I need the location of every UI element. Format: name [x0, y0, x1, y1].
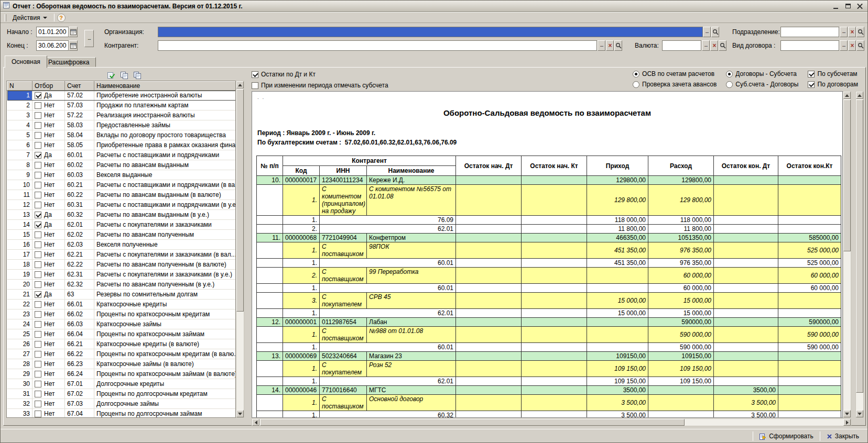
scroll-down-button[interactable]: [856, 410, 863, 417]
account-row[interactable]: 20Нет62.32Расчеты по авансам полученным …: [7, 280, 236, 290]
check-all-button[interactable]: [106, 70, 116, 80]
end-date-calendar-button[interactable]: [69, 40, 78, 51]
account-row[interactable]: 15Нет62.02Расчеты по авансам полученным: [7, 230, 236, 240]
row-select-cell[interactable]: Нет: [32, 160, 65, 170]
row-checkbox[interactable]: [35, 231, 41, 238]
contract-kind-input[interactable]: [780, 40, 839, 51]
contract-kind-clear-button[interactable]: ×: [848, 40, 856, 51]
row-checkbox[interactable]: [35, 281, 41, 288]
report-row-contract[interactable]: 1.С поставщиком№988 от 01.01.08590 000,0…: [257, 327, 841, 343]
row-checkbox[interactable]: [35, 331, 41, 338]
report-row-account[interactable]: 1.76.09118 000,00118 000,00: [257, 216, 841, 225]
contractor-select-button[interactable]: ...: [598, 40, 605, 51]
row-checkbox[interactable]: [35, 222, 41, 228]
radio-icon[interactable]: [633, 71, 639, 77]
row-select-cell[interactable]: Нет: [32, 399, 65, 409]
radio-advance-check[interactable]: Проверка зачета авансов: [633, 81, 717, 88]
scroll-left-button[interactable]: [252, 419, 259, 426]
account-row[interactable]: 8Нет60.02Расчеты по авансам выданным: [7, 160, 236, 170]
division-input[interactable]: [780, 27, 839, 37]
paste-settings-button[interactable]: [132, 70, 143, 80]
row-select-cell[interactable]: Нет: [32, 369, 65, 379]
account-row[interactable]: 29Нет66.24Проценты по краткосрочным займ…: [7, 369, 236, 379]
end-date-input[interactable]: [36, 40, 69, 51]
row-select-cell[interactable]: Нет: [32, 101, 65, 110]
row-checkbox[interactable]: [35, 142, 41, 149]
account-row[interactable]: 22Нет66.01Краткосрочные кредиты: [7, 300, 236, 309]
currency-input[interactable]: [662, 40, 701, 51]
row-checkbox[interactable]: [35, 341, 41, 348]
page-scrollbar-vertical[interactable]: [855, 91, 864, 418]
contract-kind-search-button[interactable]: [856, 40, 864, 51]
toolbar-grip[interactable]: [5, 14, 6, 21]
actions-menu-button[interactable]: Действия: [8, 13, 51, 23]
row-select-cell[interactable]: Нет: [32, 270, 65, 280]
row-select-cell[interactable]: Нет: [32, 180, 65, 190]
start-date-input[interactable]: [36, 27, 69, 37]
organization-search-button[interactable]: [711, 27, 719, 37]
report-row-contract[interactable]: 3.С покупателемСРВ 4515 000,0015 000,00: [257, 293, 841, 309]
scroll-thumb[interactable]: [260, 419, 685, 426]
checkbox-icon[interactable]: [808, 81, 815, 88]
row-select-cell[interactable]: Да: [32, 220, 65, 230]
checkbox-icon[interactable]: [252, 71, 258, 78]
account-row[interactable]: 5Нет58.04Вклады по договору простого тов…: [7, 130, 236, 140]
report-row-account[interactable]: 1.62.01109 150,00109 150,00: [257, 377, 841, 386]
radio-icon[interactable]: [726, 71, 733, 77]
account-row[interactable]: 28Нет66.23Краткосрочные займы (в валюте): [7, 359, 236, 369]
account-row[interactable]: 11Нет60.22Расчеты по авансам выданным (в…: [7, 190, 236, 200]
row-checkbox[interactable]: [35, 391, 41, 397]
row-select-cell[interactable]: Нет: [32, 359, 65, 369]
account-row[interactable]: 25Нет66.04Проценты по краткосрочным займ…: [7, 329, 236, 339]
scroll-up-button[interactable]: [843, 92, 851, 99]
row-checkbox[interactable]: [35, 112, 41, 119]
radio-icon[interactable]: [726, 81, 733, 88]
group-marks[interactable]: . .: [257, 94, 265, 100]
row-checkbox[interactable]: [35, 271, 41, 278]
account-row[interactable]: 23Нет66.02Проценты по краткосрочным кред…: [7, 309, 236, 319]
row-checkbox[interactable]: [35, 311, 41, 318]
row-select-cell[interactable]: Нет: [32, 240, 65, 250]
row-checkbox[interactable]: [35, 321, 41, 328]
row-checkbox[interactable]: [35, 92, 41, 99]
checkbox-mark-subaccounts[interactable]: При изменении периода отмечать субсчета: [252, 82, 388, 89]
row-select-cell[interactable]: Да: [32, 290, 65, 300]
checkbox-icon[interactable]: [808, 71, 815, 77]
contractor-clear-button[interactable]: ×: [606, 40, 614, 51]
account-row[interactable]: 9Нет60.03Векселя выданные: [7, 170, 236, 180]
col-name[interactable]: Наименование: [94, 82, 236, 91]
row-checkbox[interactable]: [35, 351, 41, 358]
row-select-cell[interactable]: Нет: [32, 300, 65, 309]
col-select[interactable]: Отбор: [32, 82, 65, 91]
radio-osv-accounts[interactable]: ОСВ по счетам расчетов: [633, 70, 717, 77]
row-select-cell[interactable]: Нет: [32, 190, 65, 200]
report-row-contract[interactable]: 1.С комитентом (принципалом) на продажуС…: [257, 185, 841, 216]
row-select-cell[interactable]: Нет: [32, 200, 65, 210]
copy-settings-button[interactable]: [119, 70, 129, 80]
account-row[interactable]: 14Да62.01Расчеты с покупателями и заказч…: [7, 220, 236, 230]
row-checkbox[interactable]: [35, 162, 41, 169]
account-row[interactable]: 31Нет67.02Проценты по долгосрочным креди…: [7, 389, 236, 399]
row-checkbox[interactable]: [35, 261, 41, 268]
row-checkbox[interactable]: [35, 202, 41, 208]
account-row[interactable]: 32Нет67.03Долгосрочные займы: [7, 399, 236, 409]
organization-input[interactable]: [158, 27, 703, 37]
row-checkbox[interactable]: [35, 291, 41, 298]
report-scrollbar-horizontal[interactable]: [252, 418, 851, 426]
scroll-down-button[interactable]: [236, 410, 244, 417]
row-select-cell[interactable]: Нет: [32, 120, 65, 130]
report-row-account[interactable]: 1.60.0160 000,0060 000,00: [257, 284, 841, 293]
row-checkbox[interactable]: [35, 301, 41, 308]
row-select-cell[interactable]: Да: [32, 150, 65, 160]
report-row-account[interactable]: 1.60.01451 350,00976 350,00525 000,00: [257, 259, 841, 268]
contractor-search-button[interactable]: [614, 40, 622, 51]
account-row[interactable]: 30Нет67.01Долгосрочные кредиты: [7, 379, 236, 389]
checkbox-balances-dt-kt[interactable]: Остатки по Дт и Кт: [252, 71, 316, 78]
row-select-cell[interactable]: Нет: [32, 389, 65, 399]
scroll-thumb[interactable]: [236, 89, 244, 312]
start-date-calendar-button[interactable]: [69, 27, 78, 37]
account-row[interactable]: 16Нет62.03Векселя полученные: [7, 240, 236, 250]
row-checkbox[interactable]: [35, 132, 41, 139]
row-select-cell[interactable]: Нет: [32, 329, 65, 339]
radio-contracts-subaccounts[interactable]: Договоры - Субсчета: [726, 70, 798, 77]
